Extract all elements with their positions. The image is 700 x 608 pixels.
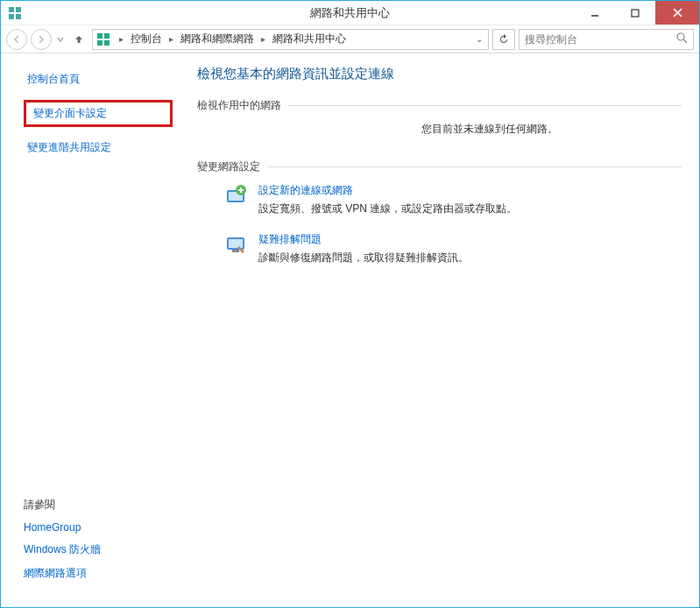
- see-also-firewall[interactable]: Windows 防火牆: [24, 542, 173, 557]
- back-button[interactable]: [6, 29, 27, 50]
- highlight-box: 變更介面卡設定: [24, 100, 173, 127]
- sidebar-home[interactable]: 控制台首頁: [24, 69, 173, 89]
- chevron-down-icon[interactable]: ⌄: [472, 34, 484, 44]
- chevron-right-icon: ▸: [166, 34, 177, 44]
- titlebar: 網路和共用中心: [1, 1, 699, 25]
- navbar: ▸ 控制台 ▸ 網路和網際網路 ▸ 網路和共用中心 ⌄: [1, 25, 699, 53]
- page-heading: 檢視您基本的網路資訊並設定連線: [192, 66, 682, 82]
- svg-rect-21: [232, 250, 239, 252]
- window-icon: [8, 6, 22, 20]
- refresh-button[interactable]: [492, 29, 515, 50]
- sidebar-advanced-sharing[interactable]: 變更進階共用設定: [24, 138, 173, 158]
- svg-rect-1: [16, 7, 21, 12]
- active-networks-text: 檢視作用中的網路: [197, 98, 281, 113]
- troubleshoot-icon: [223, 232, 248, 257]
- troubleshoot-link[interactable]: 疑難排解問題: [258, 232, 469, 247]
- search-box[interactable]: [519, 29, 694, 50]
- svg-rect-5: [632, 10, 639, 17]
- change-settings-label: 變更網路設定: [197, 159, 682, 174]
- sidebar: 控制台首頁 變更介面卡設定 變更進階共用設定 請參閱 HomeGroup Win…: [1, 53, 185, 607]
- svg-rect-3: [16, 14, 21, 19]
- new-connection-icon: [223, 183, 248, 208]
- breadcrumb-item[interactable]: 網路和網際網路: [179, 32, 256, 46]
- svg-point-12: [677, 33, 684, 40]
- history-dropdown[interactable]: [55, 36, 66, 43]
- new-connection-desc: 設定寬頻、撥號或 VPN 連線，或設定路由器或存取點。: [258, 201, 517, 216]
- minimize-button[interactable]: [575, 1, 615, 25]
- troubleshoot-item: 疑難排解問題 診斷與修復網路問題，或取得疑難排解資訊。: [223, 232, 682, 265]
- divider: [288, 105, 682, 106]
- svg-rect-2: [9, 14, 14, 19]
- search-icon: [676, 32, 688, 46]
- forward-button[interactable]: [31, 29, 52, 50]
- new-connection-link[interactable]: 設定新的連線或網路: [258, 183, 517, 198]
- svg-rect-10: [97, 40, 103, 46]
- close-button[interactable]: [655, 1, 699, 25]
- see-also-internet-options[interactable]: 網際網路選項: [24, 566, 173, 581]
- see-also-homegroup[interactable]: HomeGroup: [24, 521, 173, 534]
- svg-rect-9: [104, 33, 110, 39]
- svg-rect-11: [104, 40, 110, 46]
- search-input[interactable]: [525, 33, 665, 46]
- window-controls: [575, 1, 699, 25]
- up-button[interactable]: [69, 30, 88, 49]
- no-connection-text: 您目前並未連線到任何網路。: [192, 122, 682, 137]
- change-settings-text: 變更網路設定: [197, 159, 260, 174]
- see-also-heading: 請參閱: [24, 498, 173, 513]
- breadcrumb[interactable]: ▸ 控制台 ▸ 網路和網際網路 ▸ 網路和共用中心 ⌄: [92, 29, 489, 50]
- new-connection-item: 設定新的連線或網路 設定寬頻、撥號或 VPN 連線，或設定路由器或存取點。: [223, 183, 682, 216]
- breadcrumb-icon: [96, 32, 110, 46]
- chevron-right-icon: ▸: [116, 34, 127, 44]
- svg-rect-20: [229, 239, 243, 248]
- breadcrumb-item[interactable]: 控制台: [129, 32, 164, 46]
- svg-line-13: [683, 39, 687, 43]
- active-networks-label: 檢視作用中的網路: [197, 98, 682, 113]
- svg-rect-8: [97, 33, 103, 39]
- breadcrumb-item[interactable]: 網路和共用中心: [271, 32, 348, 46]
- content-area: 控制台首頁 變更介面卡設定 變更進階共用設定 請參閱 HomeGroup Win…: [1, 53, 699, 607]
- divider: [267, 166, 682, 167]
- main-panel: 檢視您基本的網路資訊並設定連線 檢視作用中的網路 您目前並未連線到任何網路。 變…: [185, 53, 699, 607]
- chevron-right-icon: ▸: [258, 34, 269, 44]
- sidebar-adapter-settings[interactable]: 變更介面卡設定: [33, 107, 107, 119]
- maximize-button[interactable]: [615, 1, 655, 25]
- troubleshoot-desc: 診斷與修復網路問題，或取得疑難排解資訊。: [258, 251, 469, 265]
- svg-rect-0: [9, 7, 14, 12]
